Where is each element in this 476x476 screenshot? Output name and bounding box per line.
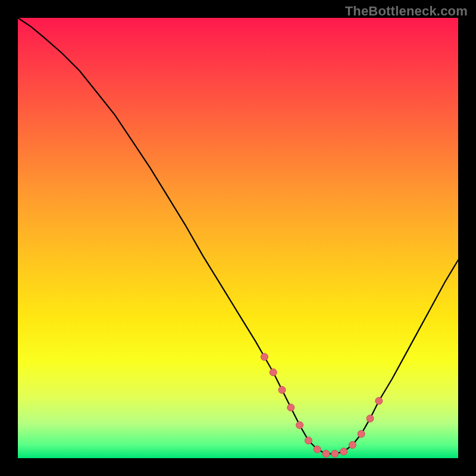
plot-area [18,18,458,458]
curve-marker [287,404,295,411]
curve-marker [349,441,356,449]
curve-marker [340,448,347,455]
curve-marker [296,422,303,429]
curve-layer [18,18,458,458]
curve-marker [314,446,321,453]
bottleneck-curve [18,18,458,454]
curve-marker [278,386,286,393]
curve-marker [375,397,383,405]
curve-marker [358,430,365,437]
curve-marker [322,450,330,458]
watermark-text: TheBottleneck.com [345,4,468,19]
curve-markers [261,353,382,458]
curve-marker [270,369,277,376]
curve-marker [261,353,268,361]
curve-marker [305,437,312,444]
chart-container: TheBottleneck.com [0,0,476,476]
curve-marker [331,450,339,458]
curve-marker [367,415,374,422]
